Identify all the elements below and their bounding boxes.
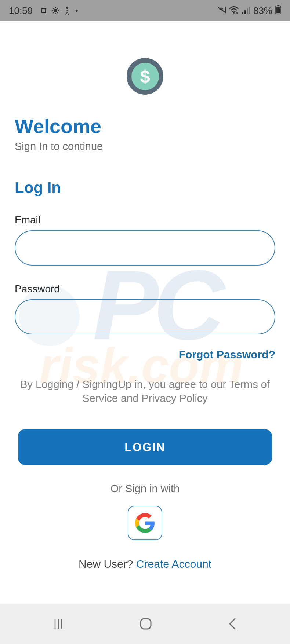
accessibility-icon [64, 7, 71, 14]
new-user-row: New User? Create Account [15, 558, 275, 570]
svg-point-2 [54, 9, 57, 12]
recents-button[interactable] [52, 618, 65, 630]
google-signin-button[interactable] [128, 506, 162, 540]
status-left-section: 10:59 • [9, 5, 78, 17]
app-logo: $ [127, 58, 163, 95]
svg-point-12 [233, 12, 235, 14]
svg-line-10 [57, 8, 58, 9]
welcome-subtitle: Sign In to continue [15, 140, 275, 153]
main-content: PC risk.com $ Welcome Sign In to continu… [0, 58, 290, 570]
alt-signin-text: Or Sign in with [15, 483, 275, 495]
create-account-link[interactable]: Create Account [136, 558, 211, 570]
svg-line-7 [53, 8, 54, 9]
battery-percent: 83% [253, 5, 272, 17]
google-icon [135, 513, 155, 533]
login-heading: Log In [15, 179, 275, 197]
svg-rect-13 [242, 12, 243, 14]
welcome-title: Welcome [15, 115, 275, 138]
svg-rect-19 [276, 7, 280, 13]
svg-rect-14 [244, 10, 246, 14]
battery-icon [275, 5, 281, 17]
svg-rect-23 [141, 619, 151, 629]
terms-text: By Logging / SigningUp in, you agree to … [15, 378, 275, 405]
svg-rect-16 [249, 7, 250, 14]
home-button[interactable] [139, 617, 152, 630]
back-button[interactable] [227, 617, 238, 630]
status-time: 10:59 [9, 5, 33, 17]
navigation-bar [0, 604, 290, 644]
new-user-text: New User? [79, 558, 136, 570]
status-bar: 10:59 • 83% [0, 0, 290, 21]
password-field[interactable] [15, 299, 275, 334]
email-label: Email [15, 214, 275, 226]
status-left-icons: • [40, 6, 78, 15]
email-field[interactable] [15, 230, 275, 266]
brightness-icon [52, 7, 59, 14]
logo-container: $ [15, 58, 275, 95]
svg-point-11 [66, 7, 68, 9]
dollar-icon: $ [131, 63, 159, 90]
dot-icon: • [75, 6, 78, 15]
vibrate-icon [217, 5, 226, 17]
alarm-icon [40, 7, 47, 14]
wifi-icon [229, 5, 239, 17]
status-right-section: 83% [217, 5, 281, 17]
forgot-password-link[interactable]: Forgot Password? [15, 348, 275, 361]
svg-line-9 [53, 12, 54, 13]
svg-rect-15 [247, 8, 248, 14]
svg-line-8 [57, 12, 58, 13]
signal-icon [242, 5, 250, 17]
password-label: Password [15, 283, 275, 295]
login-button[interactable]: LOGIN [18, 429, 272, 465]
svg-rect-1 [42, 9, 45, 12]
